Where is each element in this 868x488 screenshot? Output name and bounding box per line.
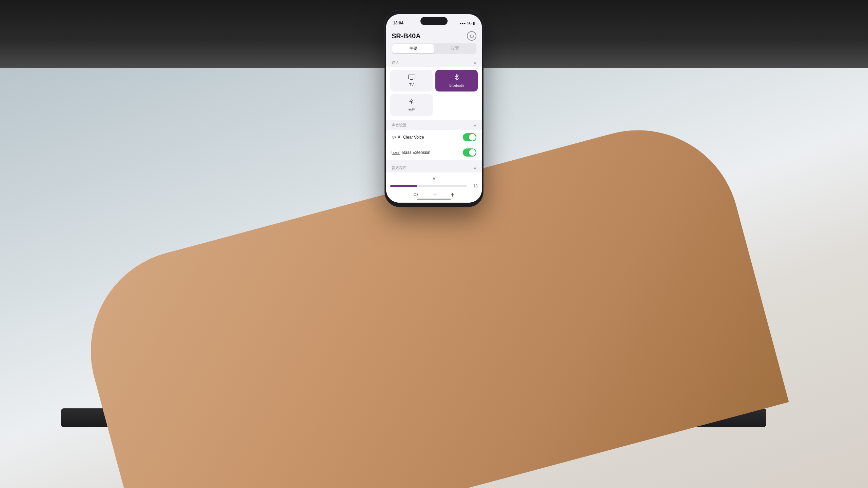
volume-chevron-up-icon: ∧ bbox=[432, 176, 436, 181]
home-indicator bbox=[417, 199, 451, 200]
volume-section: ∧ 18 bbox=[386, 172, 482, 202]
bass-extension-toggle[interactable] bbox=[463, 148, 476, 157]
status-icons: ●●● 5G ▮ bbox=[460, 21, 475, 25]
network-label: 5G bbox=[467, 21, 472, 25]
bluetooth-icon bbox=[453, 74, 460, 82]
clear-voice-toggle[interactable] bbox=[463, 133, 476, 141]
input-section-header: 输入 ∧ bbox=[386, 57, 482, 67]
clear-voice-icon bbox=[392, 135, 401, 140]
optical-label: 光纤 bbox=[408, 107, 415, 112]
status-time: 13:04 bbox=[393, 21, 403, 25]
volume-speaker-icon bbox=[413, 191, 419, 199]
tv-label: TV bbox=[409, 83, 414, 87]
svg-rect-0 bbox=[408, 75, 415, 79]
bass-extension-row: BASS Bass Extension bbox=[386, 145, 482, 160]
app-content: SR-B40A ⏻ 主要 设置 输入 ∧ bbox=[386, 29, 482, 203]
volume-slider-row: 18 bbox=[390, 184, 478, 188]
battery-icon: ▮ bbox=[473, 21, 475, 25]
sound-settings-title: 声音设置 bbox=[392, 123, 407, 128]
clear-voice-row: Clear Voice bbox=[386, 130, 482, 145]
input-bluetooth-button[interactable]: Bluetooth bbox=[435, 70, 478, 92]
input-grid: TV Bluetooth bbox=[386, 67, 482, 120]
volume-fill bbox=[390, 185, 417, 187]
optical-icon bbox=[409, 98, 415, 106]
input-tv-button[interactable]: TV bbox=[390, 70, 433, 92]
bass-badge: BASS bbox=[392, 151, 400, 155]
volume-slider[interactable] bbox=[390, 185, 467, 187]
volume-value: 18 bbox=[470, 184, 478, 188]
volume-controls: − + bbox=[390, 191, 478, 199]
bass-extension-label: Bass Extension bbox=[402, 150, 430, 155]
tab-bar: 主要 设置 bbox=[392, 43, 476, 54]
clear-voice-left: Clear Voice bbox=[392, 135, 424, 140]
bass-extension-left: BASS Bass Extension bbox=[392, 150, 430, 155]
signal-icon: ●●● bbox=[460, 21, 466, 25]
tab-main[interactable]: 主要 bbox=[392, 44, 434, 53]
clear-voice-label: Clear Voice bbox=[403, 135, 424, 140]
power-icon: ⏻ bbox=[470, 34, 474, 39]
tab-settings[interactable]: 设置 bbox=[434, 44, 476, 53]
sound-program-chevron-icon: ∧ bbox=[474, 166, 476, 170]
sound-settings-content: Clear Voice BASS Bass Extension bbox=[386, 130, 482, 160]
tab-settings-label: 设置 bbox=[451, 46, 459, 51]
svg-point-4 bbox=[411, 101, 412, 102]
phone-screen: 13:04 ●●● 5G ▮ SR-B40A ⏻ bbox=[386, 14, 482, 203]
input-section-title: 输入 bbox=[392, 60, 399, 65]
tv-icon bbox=[408, 75, 415, 82]
svg-marker-10 bbox=[414, 192, 416, 196]
svg-point-9 bbox=[395, 137, 395, 138]
input-chevron-icon: ∧ bbox=[474, 60, 476, 65]
app-header: SR-B40A ⏻ bbox=[386, 29, 482, 43]
volume-up-row: ∧ bbox=[390, 175, 478, 182]
sound-program-title: 音效程序 bbox=[392, 165, 407, 170]
volume-minus-button[interactable]: − bbox=[433, 191, 437, 199]
volume-plus-button[interactable]: + bbox=[451, 191, 455, 199]
app-title: SR-B40A bbox=[392, 32, 421, 40]
bluetooth-label: Bluetooth bbox=[449, 84, 463, 87]
input-optical-button[interactable]: 光纤 bbox=[390, 94, 433, 116]
tab-main-label: 主要 bbox=[409, 46, 417, 51]
sound-program-header: 音效程序 ∧ bbox=[386, 163, 482, 172]
phone: 13:04 ●●● 5G ▮ SR-B40A ⏻ bbox=[385, 10, 483, 207]
dynamic-island bbox=[420, 17, 448, 25]
phone-container: 13:04 ●●● 5G ▮ SR-B40A ⏻ bbox=[385, 10, 483, 207]
sound-settings-header: 声音设置 ∧ bbox=[386, 120, 482, 130]
svg-marker-8 bbox=[392, 136, 394, 139]
sound-settings-chevron-icon: ∧ bbox=[474, 123, 476, 127]
power-button[interactable]: ⏻ bbox=[467, 31, 476, 41]
